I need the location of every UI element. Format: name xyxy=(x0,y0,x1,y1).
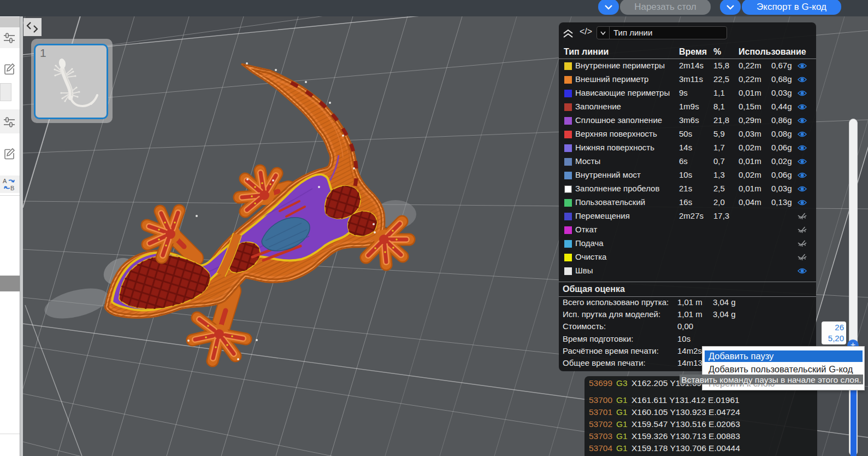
svg-text:A: A xyxy=(3,178,7,184)
svg-text:B: B xyxy=(10,185,14,191)
